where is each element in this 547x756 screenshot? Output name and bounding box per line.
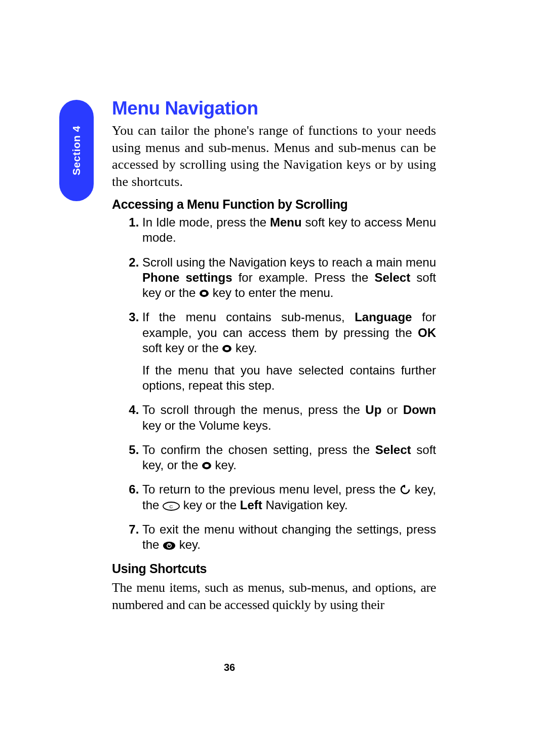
step-2-text-f: key to enter the menu. (209, 286, 333, 299)
step-2-bold-phone-settings: Phone settings (142, 271, 232, 284)
step-1-text-a: In Idle mode, press the (142, 215, 270, 229)
step-5: To confirm the chosen setting, press the… (142, 442, 436, 473)
page-title: Menu Navigation (112, 98, 436, 119)
step-5-text-a: To confirm the chosen setting, press the (142, 443, 375, 457)
step-2-text-a: Scroll using the Navigation keys to reac… (142, 255, 436, 269)
section-tab-label: Section 4 (70, 126, 83, 175)
back-key-icon (400, 484, 411, 495)
step-4-text-c: or (381, 403, 403, 417)
shortcuts-paragraph: The menu items, such as menus, sub-menus… (112, 579, 436, 613)
step-2-text-c: for example. Press the (232, 271, 375, 284)
intro-paragraph: You can tailor the phone's range of func… (112, 122, 436, 190)
step-7-text-b: key. (176, 538, 201, 551)
step-1: In Idle mode, press the Menu soft key to… (142, 215, 436, 245)
manual-page: Section 4 Menu Navigation You can tailor… (0, 0, 547, 756)
step-3: If the menu contains sub-menus, Language… (142, 310, 436, 393)
subhead-shortcuts: Using Shortcuts (112, 561, 436, 576)
svg-point-3 (225, 347, 229, 350)
content-column: Menu Navigation You can tailor the phone… (112, 98, 436, 613)
clear-key-icon: C (163, 502, 180, 511)
step-6-text-e: Navigation key. (262, 498, 348, 512)
page-number: 36 (224, 662, 235, 673)
step-7: To exit the menu without changing the se… (142, 522, 436, 552)
step-1-bold-menu: Menu (270, 215, 302, 229)
section-tab: Section 4 (59, 100, 94, 201)
step-4-text-e: key or the Volume keys. (142, 419, 271, 432)
step-5-bold-select: Select (375, 443, 411, 457)
step-5-text-d: key. (212, 458, 237, 472)
step-3-bold-language: Language (355, 310, 412, 324)
ok-key-icon (199, 288, 209, 298)
step-6-text-a: To return to the previous menu level, pr… (142, 482, 400, 496)
step-3-text-e: soft key or the (142, 341, 222, 355)
step-6: To return to the previous menu level, pr… (142, 482, 436, 512)
step-4-text-a: To scroll through the menus, press the (142, 403, 365, 417)
step-4: To scroll through the menus, press the U… (142, 402, 436, 433)
step-3-para-2: If the menu that you have selected conta… (142, 363, 436, 393)
step-6-bold-left: Left (240, 498, 262, 512)
step-4-bold-down: Down (403, 403, 436, 417)
step-3-text-f: key. (232, 341, 257, 355)
step-3-bold-ok: OK (418, 326, 436, 339)
power-key-icon (163, 541, 176, 550)
steps-list: In Idle mode, press the Menu soft key to… (112, 215, 436, 552)
subhead-scrolling: Accessing a Menu Function by Scrolling (112, 197, 436, 212)
step-2-bold-select: Select (374, 271, 410, 284)
step-4-bold-up: Up (365, 403, 381, 417)
svg-point-5 (205, 464, 209, 467)
svg-point-1 (202, 292, 206, 295)
step-3-text-a: If the menu contains sub-menus, (142, 310, 355, 324)
ok-key-icon (202, 461, 212, 471)
step-2: Scroll using the Navigation keys to reac… (142, 255, 436, 301)
step-6-text-c: key or the (180, 498, 240, 512)
svg-text:C: C (170, 503, 173, 509)
ok-key-icon (222, 344, 232, 354)
